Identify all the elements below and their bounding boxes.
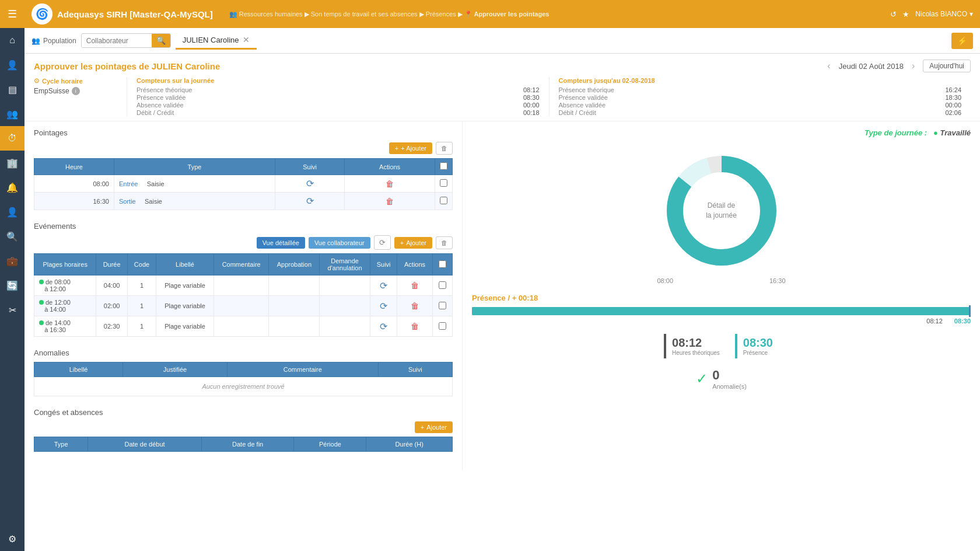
stat-label-0: Présence théorique (136, 86, 514, 93)
search-button[interactable]: 🔍 (152, 34, 170, 47)
suivi-ev-icon[interactable]: ⟳ (380, 281, 387, 291)
theoric-time-value: 08:12 (672, 336, 720, 350)
left-panel: Pointages + + Ajouter 🗑 Heur (24, 121, 462, 470)
row-checkbox[interactable] (440, 197, 447, 204)
col-suivi: Suivi (275, 159, 345, 175)
add-pointage-button[interactable]: + + Ajouter (389, 142, 432, 154)
work-icon: 💼 (6, 256, 18, 267)
sidebar-menu-toggle[interactable]: ☰ (0, 0, 24, 28)
delete-ev-button[interactable]: 🗑 (411, 281, 419, 290)
user-icon: 👤 (6, 207, 18, 218)
table-row: de 12:00 à 14:00 02:00 1 Plage variable … (34, 296, 453, 316)
type-cell: Sortie Saisie (114, 193, 275, 210)
sidebar-item-people[interactable]: 👥 (0, 102, 24, 126)
action-button[interactable]: ⚡ (951, 33, 973, 49)
topbar: 🌀 Adequasys SIRH [Master-QA-MySQL] 👥 Res… (24, 0, 980, 28)
select-all-checkbox[interactable] (440, 162, 447, 170)
type-link[interactable]: Entrée (119, 180, 138, 187)
duree-cell: 04:00 (96, 276, 127, 296)
delete-ev-button[interactable]: 🗑 (411, 301, 419, 311)
row-checkbox[interactable] (440, 179, 447, 187)
tab-close-button[interactable]: ✕ (243, 35, 250, 44)
sidebar-item-sync[interactable]: 🔄 (0, 273, 24, 298)
select-all-ev-checkbox[interactable] (439, 260, 446, 268)
day-type-dot: ● (933, 128, 938, 137)
dot-icon (39, 300, 44, 305)
compteurs-cumul-title: Compteurs jusqu'au 02-08-2018 (559, 77, 962, 84)
anomalies-section: Anomalies Libellé Justifiée Commentaire … (34, 348, 453, 396)
ev-checkbox[interactable] (439, 281, 446, 289)
presence-label: 08:30 (954, 318, 971, 325)
tools-icon: ✂ (9, 305, 16, 316)
suivi-ev-icon[interactable]: ⟳ (380, 322, 387, 332)
delete-ev-button[interactable]: 🗑 (411, 322, 419, 331)
col-periode: Période (294, 437, 366, 452)
history-icon[interactable]: ↺ (890, 10, 897, 19)
sidebar-item-work[interactable]: 💼 (0, 249, 24, 273)
person-icon: 👤 (6, 60, 18, 71)
sidebar-item-user[interactable]: 👤 (0, 200, 24, 224)
code-cell: 1 (127, 316, 156, 337)
sidebar-item-org[interactable]: 🏢 (0, 151, 24, 175)
approbation-cell (269, 296, 320, 316)
delete-evenement-button[interactable]: 🗑 (436, 236, 453, 249)
add-evenement-button[interactable]: + Ajouter (394, 237, 432, 249)
sidebar-item-bell[interactable]: 🔔 (0, 175, 24, 200)
suivi-icon[interactable]: ⟳ (306, 179, 314, 189)
sidebar-item-settings[interactable]: ⚙ (0, 526, 24, 551)
cumul-label-0: Présence théorique (559, 86, 936, 93)
col-duree: Durée (96, 254, 127, 276)
demande-cell (320, 276, 370, 296)
anomaly-box: ✓ 0 Anomalie(s) (696, 368, 747, 390)
suivi-ev-icon[interactable]: ⟳ (380, 301, 387, 311)
add-conge-button[interactable]: + Ajouter (415, 421, 453, 433)
search-input[interactable] (82, 34, 152, 47)
delete-pointage-button[interactable]: 🗑 (436, 142, 453, 155)
vue-collaborateur-button[interactable]: Vue collaborateur (309, 237, 370, 249)
breadcrumb-text: Ressources humaines ▶ Son temps de trava… (239, 11, 550, 18)
breadcrumb: 👥 Ressources humaines ▶ Son temps de tra… (229, 11, 886, 18)
user-menu[interactable]: Nicolas BIANCO ▾ (915, 10, 973, 18)
suivi-cell: ⟳ (275, 175, 345, 193)
sidebar-item-tools[interactable]: ✂ (0, 298, 24, 322)
info-icon[interactable]: i (72, 87, 80, 95)
sidebar-item-attendance[interactable]: ⏱ (0, 126, 24, 151)
today-button[interactable]: Aujourd'hui (923, 60, 971, 72)
right-panel: Type de journée : ● Travaillé (462, 121, 980, 470)
active-tab[interactable]: JULIEN Caroline ✕ (176, 32, 257, 50)
col-heure: Heure (34, 159, 114, 175)
ev-checkbox[interactable] (439, 302, 446, 309)
cycle-title: ⊙ Cycle horaire (34, 77, 117, 85)
evenements-toolbar: Vue détaillée Vue collaborateur ⟳ + Ajou… (34, 235, 453, 250)
sidebar-item-profile[interactable]: 👤 (0, 53, 24, 77)
sidebar-item-tasks[interactable]: ▤ (0, 77, 24, 102)
commentaire-cell (214, 296, 269, 316)
sync-icon: 🔄 (6, 280, 18, 291)
population-icon: 👥 (32, 37, 40, 45)
cumul-label-1: Présence validée (559, 94, 936, 101)
sidebar-item-home[interactable]: ⌂ (0, 28, 24, 53)
plus-icon2: + (400, 239, 404, 246)
actions-ev-cell: 🗑 (397, 276, 432, 296)
stats-boxes: 08:12 Heures théoriques 08:30 Présence (664, 334, 779, 358)
anomaly-label: Anomalie(s) (712, 383, 747, 390)
refresh-button[interactable]: ⟳ (374, 235, 391, 250)
demande-cell (320, 296, 370, 316)
suivi-icon[interactable]: ⟳ (306, 196, 314, 206)
vue-detaillee-button[interactable]: Vue détaillée (257, 237, 305, 249)
delete-row-button[interactable]: 🗑 (386, 179, 394, 189)
people-icon: 👥 (6, 109, 18, 120)
prev-day-button[interactable]: ‹ (825, 61, 832, 71)
tab-label: JULIEN Caroline (183, 36, 239, 44)
hamburger-icon: ☰ (8, 8, 17, 20)
libelle-cell: Plage variable (156, 276, 214, 296)
type-cell: Entrée Saisie (114, 175, 275, 193)
ev-checkbox[interactable] (439, 322, 446, 330)
sidebar-item-search[interactable]: 🔍 (0, 224, 24, 249)
next-day-button[interactable]: › (909, 61, 917, 71)
suivi-ev-cell: ⟳ (370, 316, 397, 337)
type-link[interactable]: Sortie (119, 198, 136, 205)
delete-row-button[interactable]: 🗑 (386, 197, 394, 206)
col-actions-ev: Actions (397, 254, 432, 276)
favorites-icon[interactable]: ★ (902, 10, 909, 19)
